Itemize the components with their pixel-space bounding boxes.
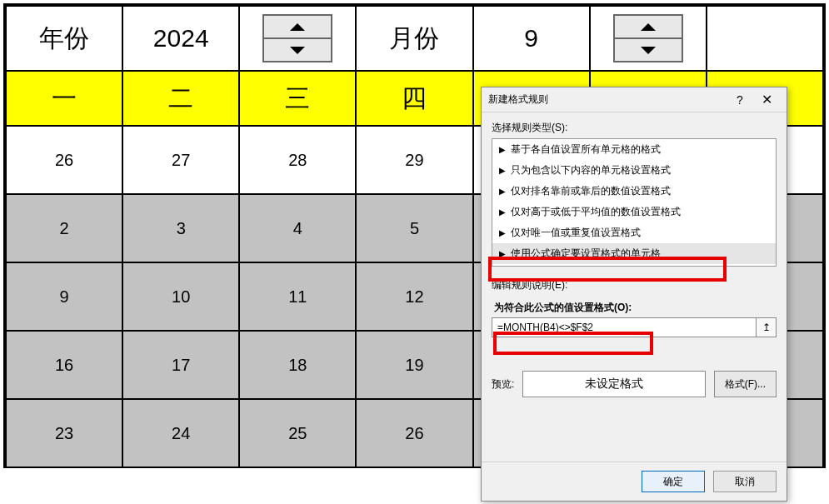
preview-row: 预览: 未设定格式 格式(F)...: [492, 371, 777, 397]
formula-row: ↥: [492, 317, 777, 337]
month-spinner: [613, 14, 683, 62]
weekday-cell: 一: [6, 71, 122, 126]
select-rule-type-label: 选择规则类型(S):: [492, 121, 777, 135]
edit-rule-description-label: 编辑规则说明(E):: [492, 278, 777, 292]
year-spin-up[interactable]: [264, 16, 331, 39]
rule-type-item-selected[interactable]: ▶使用公式确定要设置格式的单元格: [492, 243, 776, 264]
dialog-body: 选择规则类型(S): ▶基于各自值设置所有单元格的格式 ▶只为包含以下内容的单元…: [482, 112, 787, 462]
calendar-cell[interactable]: 3: [122, 194, 239, 262]
bullet-icon: ▶: [499, 166, 506, 175]
dialog-titlebar[interactable]: 新建格式规则 ? ✕: [482, 87, 787, 112]
rule-type-text: 只为包含以下内容的单元格设置格式: [511, 163, 671, 177]
calendar-cell[interactable]: 26: [356, 399, 472, 467]
rule-type-item[interactable]: ▶仅对唯一值或重复值设置格式: [492, 222, 776, 243]
rule-type-item[interactable]: ▶仅对高于或低于平均值的数值设置格式: [492, 202, 776, 222]
close-icon[interactable]: ✕: [753, 88, 780, 112]
rule-type-text: 使用公式确定要设置格式的单元格: [511, 247, 661, 261]
rule-type-item[interactable]: ▶只为包含以下内容的单元格设置格式: [492, 160, 776, 181]
calendar-cell[interactable]: 9: [6, 262, 122, 331]
month-value-cell[interactable]: 9: [473, 6, 590, 71]
bullet-icon: ▶: [499, 145, 506, 154]
rule-type-text: 仅对唯一值或重复值设置格式: [511, 226, 641, 240]
ok-button[interactable]: 确定: [642, 471, 705, 492]
bullet-icon: ▶: [499, 187, 506, 196]
bullet-icon: ▶: [499, 207, 506, 217]
weekday-cell: 二: [122, 71, 239, 126]
rule-type-text: 基于各自值设置所有单元格的格式: [511, 142, 661, 157]
dialog-footer: 确定 取消: [482, 462, 787, 501]
calendar-cell[interactable]: 4: [239, 194, 356, 262]
year-spinner: [262, 14, 332, 62]
calendar-cell[interactable]: 10: [122, 262, 239, 331]
calendar-cell[interactable]: 29: [356, 126, 472, 194]
calendar-cell[interactable]: 23: [6, 399, 122, 467]
rule-type-item[interactable]: ▶基于各自值设置所有单元格的格式: [492, 139, 776, 160]
calendar-cell[interactable]: 26: [6, 126, 122, 194]
calendar-cell[interactable]: 28: [239, 126, 356, 194]
rule-type-text: 仅对高于或低于平均值的数值设置格式: [511, 205, 681, 219]
format-button[interactable]: 格式(F)...: [714, 371, 777, 397]
calendar-cell[interactable]: 24: [122, 399, 239, 467]
year-label-cell: 年份: [6, 6, 122, 71]
year-month-row: 年份 2024 月份 9: [6, 6, 823, 71]
arrow-up-icon: [641, 23, 656, 31]
calendar-cell[interactable]: 16: [6, 331, 122, 399]
calendar-cell[interactable]: 17: [122, 331, 239, 399]
calendar-cell[interactable]: 12: [356, 262, 472, 331]
weekday-cell: 四: [356, 71, 472, 126]
arrow-down-icon: [290, 47, 305, 54]
calendar-cell[interactable]: 2: [6, 194, 122, 262]
formula-input[interactable]: [492, 317, 757, 337]
arrow-down-icon: [641, 47, 656, 54]
calendar-cell[interactable]: 11: [239, 262, 356, 331]
bullet-icon: ▶: [499, 249, 506, 258]
preview-label: 预览:: [492, 377, 514, 392]
calendar-cell[interactable]: 25: [239, 399, 356, 467]
cancel-button[interactable]: 取消: [713, 471, 777, 492]
help-icon[interactable]: ?: [727, 88, 753, 112]
year-spin-down[interactable]: [264, 39, 331, 61]
month-spin-up[interactable]: [615, 16, 682, 39]
calendar-cell[interactable]: 19: [356, 331, 472, 399]
calendar-cell[interactable]: 18: [239, 331, 356, 399]
new-format-rule-dialog: 新建格式规则 ? ✕ 选择规则类型(S): ▶基于各自值设置所有单元格的格式 ▶…: [481, 87, 787, 502]
calendar-cell[interactable]: 5: [356, 194, 472, 262]
formula-label: 为符合此公式的值设置格式(O):: [494, 301, 777, 315]
calendar-cell[interactable]: 27: [122, 126, 239, 194]
dialog-title: 新建格式规则: [488, 92, 727, 107]
month-spinner-cell: [590, 6, 707, 71]
preview-box: 未设定格式: [522, 371, 705, 397]
arrow-up-icon: [290, 23, 305, 31]
year-value-cell[interactable]: 2024: [122, 6, 239, 71]
month-spin-down[interactable]: [615, 39, 682, 61]
range-select-icon[interactable]: ↥: [757, 317, 777, 337]
bullet-icon: ▶: [499, 228, 506, 237]
weekday-cell: 三: [239, 71, 356, 126]
rule-type-item[interactable]: ▶仅对排名靠前或靠后的数值设置格式: [492, 181, 776, 202]
blank-header-cell: [707, 6, 823, 71]
rule-type-list[interactable]: ▶基于各自值设置所有单元格的格式 ▶只为包含以下内容的单元格设置格式 ▶仅对排名…: [492, 138, 777, 267]
month-label-cell: 月份: [356, 6, 472, 71]
rule-type-text: 仅对排名靠前或靠后的数值设置格式: [511, 184, 671, 198]
year-spinner-cell: [239, 6, 356, 71]
